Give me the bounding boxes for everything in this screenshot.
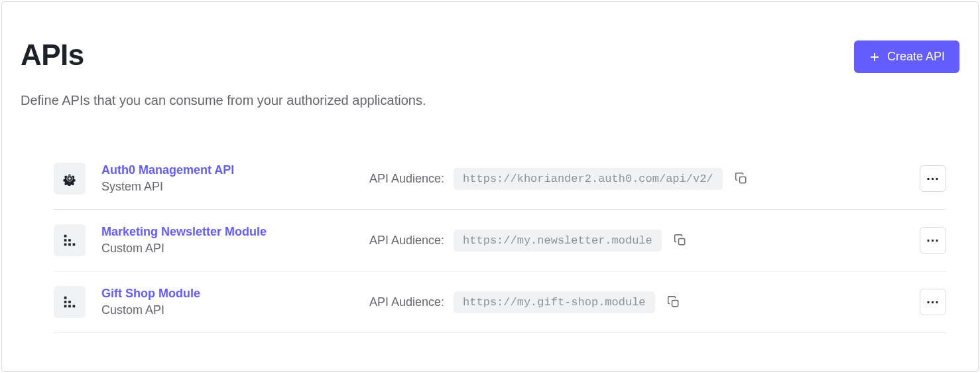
api-name-column: Auth0 Management API System API [101, 163, 353, 194]
apis-page: APIs Create API Define APIs that you can… [1, 1, 979, 372]
copy-icon [667, 295, 680, 309]
audience-column: API Audience: https://my.gift-shop.modul… [369, 291, 683, 313]
audience-value: https://my.newsletter.module [454, 230, 662, 252]
page-title: APIs [21, 40, 84, 70]
ellipsis-icon: ··· [926, 172, 940, 185]
api-name-link[interactable]: Gift Shop Module [101, 287, 353, 301]
audience-column: API Audience: https://my.newsletter.modu… [369, 230, 690, 252]
api-row: Auth0 Management API System API API Audi… [54, 148, 946, 210]
gear-icon [62, 171, 77, 186]
svg-rect-3 [678, 239, 684, 245]
api-icon [54, 286, 86, 318]
api-type: Custom API [101, 303, 353, 317]
api-icon [54, 224, 86, 256]
copy-audience-button[interactable] [732, 169, 751, 188]
api-type: Custom API [101, 242, 353, 256]
api-list: Auth0 Management API System API API Audi… [54, 148, 946, 333]
svg-rect-2 [739, 177, 745, 183]
api-name-link[interactable]: Marketing Newsletter Module [101, 225, 353, 239]
more-actions-button[interactable]: ··· [920, 165, 946, 192]
api-name-link[interactable]: Auth0 Management API [101, 163, 353, 177]
api-name-column: Marketing Newsletter Module Custom API [101, 225, 353, 256]
page-subtitle: Define APIs that you can consume from yo… [21, 93, 959, 108]
api-type: System API [101, 180, 353, 194]
page-header: APIs Create API [21, 2, 959, 73]
audience-label: API Audience: [369, 172, 444, 186]
audience-value: https://khoriander2.auth0.com/api/v2/ [454, 168, 722, 190]
ellipsis-icon: ··· [926, 234, 940, 247]
more-actions-button[interactable]: ··· [920, 289, 946, 315]
audience-label: API Audience: [369, 234, 444, 248]
ellipsis-icon: ··· [926, 295, 940, 309]
api-row: Gift Shop Module Custom API API Audience… [54, 271, 946, 333]
cubes-icon [62, 233, 77, 248]
audience-label: API Audience: [369, 295, 444, 309]
api-icon [54, 163, 86, 194]
svg-rect-4 [672, 301, 678, 307]
copy-icon [674, 234, 687, 247]
create-api-label: Create API [887, 50, 945, 64]
copy-icon [735, 172, 748, 185]
create-api-button[interactable]: Create API [854, 40, 959, 73]
audience-value: https://my.gift-shop.module [454, 291, 654, 313]
api-row: Marketing Newsletter Module Custom API A… [54, 210, 946, 271]
audience-column: API Audience: https://khoriander2.auth0.… [369, 168, 751, 190]
copy-audience-button[interactable] [664, 293, 683, 311]
more-actions-button[interactable]: ··· [920, 227, 946, 254]
cubes-icon [62, 295, 77, 309]
plus-icon [869, 51, 881, 63]
api-name-column: Gift Shop Module Custom API [101, 287, 353, 317]
copy-audience-button[interactable] [671, 231, 690, 250]
